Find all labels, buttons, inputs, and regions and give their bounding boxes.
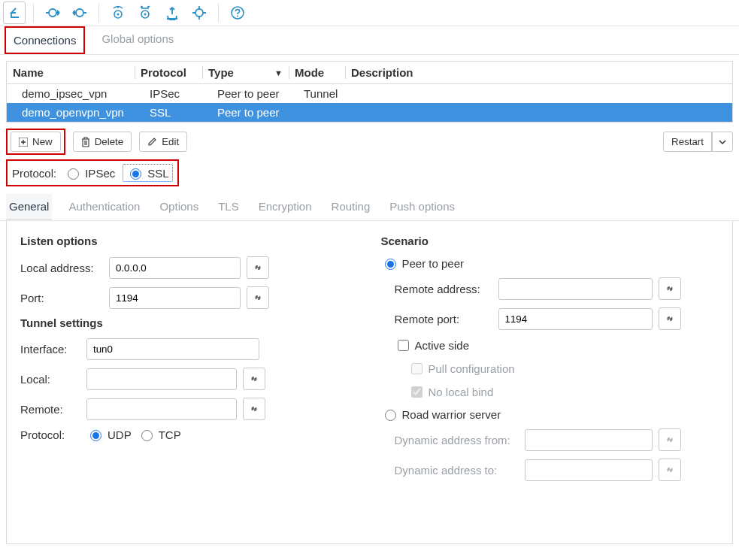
road-warrior-radio[interactable]: Road warrior server [381, 407, 501, 421]
svg-point-3 [117, 14, 120, 16]
svg-point-10 [237, 16, 238, 17]
local-address-input[interactable] [109, 257, 241, 279]
general-form: Listen options Local address: Port: Tunn… [6, 221, 733, 544]
col-description[interactable]: Description [345, 62, 732, 83]
link-icon[interactable] [243, 398, 265, 420]
active-side-checkbox[interactable]: Active side [395, 338, 470, 353]
tab-push-options[interactable]: Push options [386, 194, 458, 220]
protocol-label: Protocol: [12, 167, 56, 180]
gear-view-icon[interactable] [107, 2, 129, 24]
port-label: Port: [20, 292, 103, 304]
dyn-to-label: Dynamic address to: [395, 464, 519, 477]
pull-config-checkbox: Pull configuration [408, 361, 515, 377]
link-icon[interactable] [247, 286, 269, 309]
link-icon[interactable] [659, 307, 681, 330]
listen-options-title: Listen options [20, 235, 359, 247]
delete-button[interactable]: Delete [73, 132, 132, 152]
port-input[interactable] [109, 287, 241, 309]
remote-label: Remote: [20, 403, 80, 416]
svg-rect-7 [167, 18, 177, 20]
protocol-ipsec-radio[interactable]: IPSec [64, 166, 115, 180]
top-toolbar [0, 0, 739, 26]
link-icon[interactable] [243, 368, 265, 390]
restart-button[interactable]: Restart [663, 132, 712, 152]
detail-tabs: General Authentication Options TLS Encry… [0, 194, 739, 221]
tunnel-protocol-label: Protocol: [20, 428, 80, 441]
svg-point-4 [117, 6, 119, 8]
upload-icon[interactable] [161, 2, 183, 24]
tcp-radio[interactable]: TCP [138, 428, 181, 441]
tab-authentication[interactable]: Authentication [65, 194, 143, 220]
col-protocol[interactable]: Protocol [135, 62, 202, 83]
help-icon[interactable] [226, 2, 249, 24]
connections-table: Name Protocol Type▼ Mode Description dem… [6, 61, 733, 123]
remote-address-label: Remote address: [395, 283, 492, 295]
action-bar: New Delete Edit Restart [0, 129, 739, 155]
peer-to-peer-radio[interactable]: Peer to peer [381, 256, 465, 270]
top-tabs: Connections Global options [0, 26, 739, 55]
tab-encryption[interactable]: Encryption [256, 194, 315, 220]
remote-port-input[interactable] [498, 308, 653, 330]
gear-sync-icon[interactable] [134, 2, 156, 24]
tunnel-settings-title: Tunnel settings [20, 316, 359, 329]
dyn-from-input [525, 429, 653, 451]
svg-point-8 [195, 9, 203, 17]
protocol-selector-row: Protocol: IPSec SSL [0, 155, 739, 191]
disconnect-icon[interactable] [68, 2, 91, 24]
link-icon [659, 459, 681, 481]
link-icon [659, 428, 681, 451]
tab-options[interactable]: Options [156, 194, 201, 220]
table-row[interactable]: demo_openvpn_vpn SSL Peer to peer [7, 103, 732, 122]
col-mode[interactable]: Mode [289, 62, 345, 83]
link-icon[interactable] [247, 256, 269, 279]
remote-port-label: Remote port: [395, 313, 492, 325]
connect-icon[interactable] [41, 2, 64, 24]
restart-dropdown[interactable] [712, 132, 733, 152]
local-label: Local: [20, 373, 80, 386]
protocol-ssl-radio[interactable]: SSL [123, 164, 172, 182]
pencil-icon [147, 137, 157, 147]
col-name[interactable]: Name [7, 62, 135, 83]
interface-label: Interface: [20, 343, 80, 356]
dyn-to-input [525, 459, 653, 481]
chevron-down-icon [719, 138, 726, 146]
local-address-label: Local address: [20, 262, 103, 274]
tab-tls[interactable]: TLS [215, 194, 242, 220]
scenario-title: Scenario [381, 235, 719, 247]
sort-desc-icon: ▼ [274, 68, 283, 77]
back-icon-button[interactable] [3, 2, 26, 24]
svg-point-1 [76, 9, 83, 17]
tab-routing[interactable]: Routing [329, 194, 374, 220]
trash-icon [81, 137, 90, 147]
tab-connections[interactable]: Connections [11, 28, 79, 53]
tab-general[interactable]: General [6, 194, 52, 220]
table-row[interactable]: demo_ipsec_vpn IPSec Peer to peer Tunnel [7, 84, 732, 103]
link-icon[interactable] [659, 277, 681, 300]
new-button[interactable]: New [11, 132, 61, 152]
interface-input[interactable] [86, 338, 259, 360]
col-type[interactable]: Type▼ [202, 62, 289, 83]
plus-icon [19, 138, 28, 147]
svg-point-6 [144, 14, 147, 16]
tunnel-remote-input[interactable] [86, 398, 237, 420]
remote-address-input[interactable] [498, 278, 653, 300]
dyn-from-label: Dynamic address from: [395, 434, 519, 446]
target-icon[interactable] [188, 2, 210, 24]
svg-point-0 [49, 9, 56, 17]
no-local-bind-checkbox: No local bind [408, 384, 494, 400]
tunnel-local-input[interactable] [86, 368, 237, 390]
tab-global-options[interactable]: Global options [98, 26, 177, 54]
edit-button[interactable]: Edit [139, 132, 187, 152]
udp-radio[interactable]: UDP [86, 428, 132, 441]
